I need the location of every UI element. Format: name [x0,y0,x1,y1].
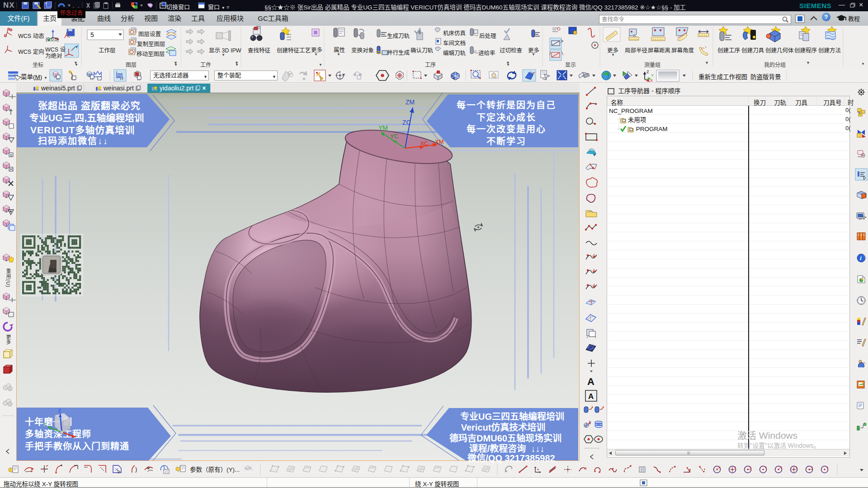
svg-text:Z: Z [646,70,649,74]
svg-text:A: A [587,376,594,387]
svg-text:XC: XC [420,141,428,147]
svg-text:A: A [588,392,594,401]
svg-text:参数（原有）(Y)...: 参数（原有）(Y)... [190,466,240,473]
svg-text:X: X [650,78,653,82]
svg-text:i: i [860,255,862,262]
svg-text:YC: YC [390,133,398,140]
svg-text:Y: Y [43,422,47,427]
svg-text:Y: Y [651,73,654,78]
svg-text:XM: XM [435,138,444,145]
svg-text:ZC: ZC [402,119,411,126]
svg-text:ZM: ZM [406,99,415,106]
svg-text:Z: Z [58,408,61,413]
svg-text:YM: YM [378,124,388,131]
svg-text:5: 5 [90,31,94,38]
